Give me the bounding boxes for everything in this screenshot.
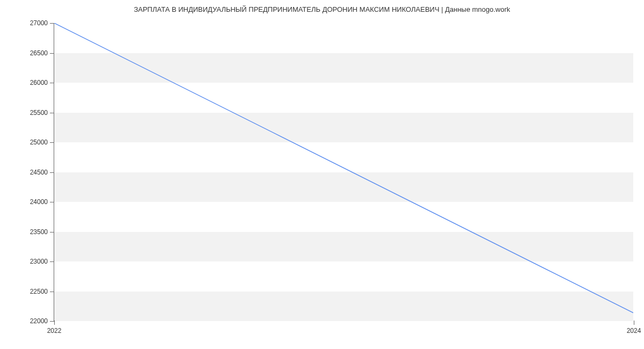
x-tick-label: 2022 (47, 327, 62, 335)
y-tick (50, 83, 54, 83)
y-tick-label: 23500 (30, 228, 48, 236)
chart-title: ЗАРПЛАТА В ИНДИВИДУАЛЬНЫЙ ПРЕДПРИНИМАТЕЛ… (0, 0, 644, 13)
grid-band (54, 232, 633, 262)
chart-container: 2200022500230002350024000245002500025500… (54, 23, 633, 321)
x-tick (634, 321, 634, 325)
y-tick-label: 26500 (30, 49, 48, 57)
plot-area: 2200022500230002350024000245002500025500… (54, 23, 633, 321)
y-tick-label: 24000 (30, 198, 48, 206)
y-tick-label: 26000 (30, 79, 48, 86)
y-tick (50, 172, 54, 173)
y-tick (50, 113, 54, 113)
y-tick (50, 292, 54, 292)
grid-band (54, 53, 633, 83)
y-tick (50, 261, 54, 262)
y-tick-label: 22000 (30, 317, 48, 325)
y-tick-label: 25000 (30, 139, 48, 146)
x-tick-label: 2024 (627, 327, 641, 335)
x-tick (54, 321, 55, 325)
grid-band (54, 172, 633, 202)
y-tick (50, 321, 54, 322)
y-tick (50, 232, 54, 232)
y-tick (50, 142, 54, 143)
grid-band (54, 113, 633, 143)
y-tick-label: 24500 (30, 169, 48, 176)
grid-band (54, 292, 633, 322)
y-tick-label: 23000 (30, 258, 48, 265)
y-tick (50, 202, 54, 202)
y-tick-label: 27000 (30, 19, 48, 27)
y-tick-label: 25500 (30, 109, 48, 117)
y-tick (50, 23, 54, 24)
y-tick-label: 22500 (30, 288, 48, 295)
y-tick (50, 53, 54, 54)
